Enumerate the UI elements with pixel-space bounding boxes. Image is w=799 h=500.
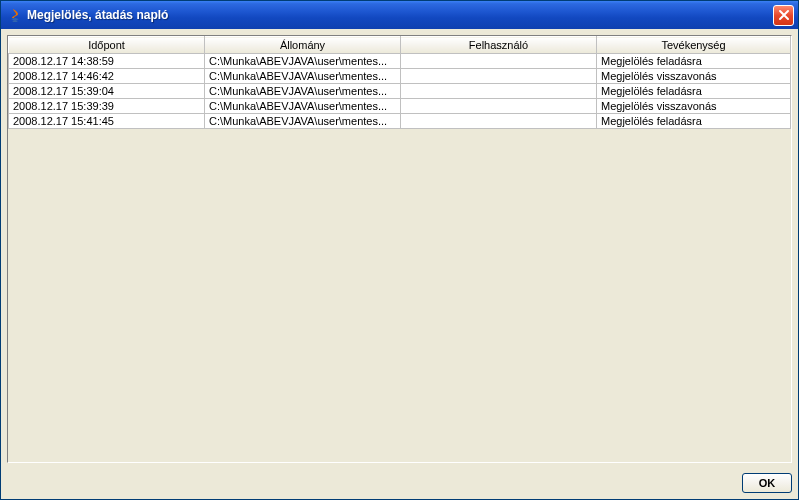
footer: OK: [1, 469, 798, 499]
cell-time: 2008.12.17 14:38:59: [9, 54, 205, 69]
cell-activity: Megjelölés visszavonás: [597, 99, 791, 114]
cell-user: [401, 99, 597, 114]
cell-file: C:\Munka\ABEVJAVA\user\mentes...: [205, 114, 401, 129]
table-row[interactable]: 2008.12.17 15:41:45 C:\Munka\ABEVJAVA\us…: [9, 114, 791, 129]
table-row[interactable]: 2008.12.17 15:39:04 C:\Munka\ABEVJAVA\us…: [9, 84, 791, 99]
column-header-user[interactable]: Felhasználó: [401, 37, 597, 54]
cell-user: [401, 54, 597, 69]
content-area: Időpont Állomány Felhasználó Tevékenység…: [1, 29, 798, 469]
close-button[interactable]: [773, 5, 794, 26]
cell-time: 2008.12.17 15:39:39: [9, 99, 205, 114]
cell-activity: Megjelölés feladásra: [597, 54, 791, 69]
cell-user: [401, 114, 597, 129]
log-table: Időpont Állomány Felhasználó Tevékenység…: [8, 36, 791, 129]
cell-time: 2008.12.17 15:39:04: [9, 84, 205, 99]
table-row[interactable]: 2008.12.17 15:39:39 C:\Munka\ABEVJAVA\us…: [9, 99, 791, 114]
window-title: Megjelölés, átadás napló: [27, 8, 769, 22]
ok-button[interactable]: OK: [742, 473, 792, 493]
cell-user: [401, 84, 597, 99]
column-header-file[interactable]: Állomány: [205, 37, 401, 54]
table-header-row: Időpont Állomány Felhasználó Tevékenység: [9, 37, 791, 54]
cell-activity: Megjelölés feladásra: [597, 114, 791, 129]
cell-file: C:\Munka\ABEVJAVA\user\mentes...: [205, 54, 401, 69]
cell-user: [401, 69, 597, 84]
cell-activity: Megjelölés visszavonás: [597, 69, 791, 84]
table-container: Időpont Állomány Felhasználó Tevékenység…: [7, 35, 792, 463]
table-row[interactable]: 2008.12.17 14:38:59 C:\Munka\ABEVJAVA\us…: [9, 54, 791, 69]
cell-activity: Megjelölés feladásra: [597, 84, 791, 99]
column-header-time[interactable]: Időpont: [9, 37, 205, 54]
close-icon: [778, 9, 790, 21]
cell-file: C:\Munka\ABEVJAVA\user\mentes...: [205, 84, 401, 99]
titlebar[interactable]: Megjelölés, átadás napló: [1, 1, 798, 29]
table-row[interactable]: 2008.12.17 14:46:42 C:\Munka\ABEVJAVA\us…: [9, 69, 791, 84]
cell-time: 2008.12.17 14:46:42: [9, 69, 205, 84]
cell-time: 2008.12.17 15:41:45: [9, 114, 205, 129]
cell-file: C:\Munka\ABEVJAVA\user\mentes...: [205, 99, 401, 114]
java-icon: [7, 7, 23, 23]
cell-file: C:\Munka\ABEVJAVA\user\mentes...: [205, 69, 401, 84]
window: Megjelölés, átadás napló Időpont Állomán…: [0, 0, 799, 500]
column-header-activity[interactable]: Tevékenység: [597, 37, 791, 54]
